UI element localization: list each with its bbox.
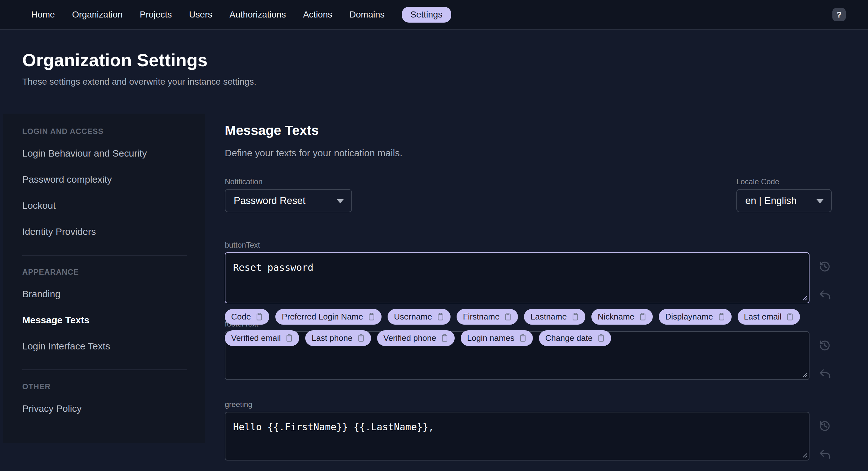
notification-label: Notification	[225, 177, 352, 186]
chips-row-1: Code Preferred Login Name Username First…	[225, 309, 800, 325]
sidebar-divider	[22, 255, 187, 256]
nav-item-authorizations[interactable]: Authorizations	[229, 7, 286, 22]
greeting-field: greeting	[225, 400, 832, 462]
locale-field: Locale Code en | English	[736, 177, 832, 212]
section-title: Message Texts	[225, 121, 832, 140]
clipboard-icon	[436, 312, 445, 322]
nav-item-home[interactable]: Home	[31, 7, 56, 22]
chip-verified-phone[interactable]: Verified phone	[377, 330, 455, 346]
notification-select[interactable]: Password Reset	[225, 189, 352, 212]
section-subtitle: Define your texts for your notication ma…	[225, 147, 832, 159]
clipboard-icon	[717, 312, 726, 322]
chip-lastname[interactable]: Lastname	[524, 309, 585, 325]
chip-login-names[interactable]: Login names	[461, 330, 533, 346]
sidebar-item-password-complexity[interactable]: Password complexity	[22, 175, 187, 184]
greeting-label: greeting	[225, 400, 832, 409]
sidebar-item-lockout[interactable]: Lockout	[22, 201, 187, 210]
chip-last-phone[interactable]: Last phone	[305, 330, 371, 346]
sidebar-item-message-texts[interactable]: Message Texts	[22, 315, 187, 325]
history-icon[interactable]	[818, 338, 832, 352]
clipboard-icon	[597, 333, 606, 343]
sidebar-item-identity-providers[interactable]: Identity Providers	[22, 227, 187, 236]
buttontext-field: buttonText	[225, 240, 832, 303]
page-header: Organization Settings These settings ext…	[0, 30, 868, 114]
chips-row-2: Verified email Last phone Verified phone…	[225, 330, 800, 346]
top-navigation: Home Organization Projects Users Authori…	[0, 0, 868, 30]
chip-preferred-login-name[interactable]: Preferred Login Name	[275, 309, 381, 325]
clipboard-icon	[571, 312, 580, 322]
clipboard-icon	[639, 312, 647, 322]
nav-items: Home Organization Projects Users Authori…	[31, 7, 832, 23]
greeting-actions	[818, 412, 832, 462]
resize-grip-icon[interactable]	[801, 451, 808, 458]
chip-nickname[interactable]: Nickname	[591, 309, 653, 325]
sidebar-item-branding[interactable]: Branding	[22, 289, 187, 299]
sidebar-divider	[22, 370, 187, 370]
resize-grip-icon[interactable]	[801, 371, 808, 377]
clipboard-icon	[255, 312, 264, 322]
content-area: LOGIN AND ACCESS Login Behaviour and Sec…	[0, 114, 868, 462]
footertext-actions	[818, 331, 832, 381]
buttontext-textarea[interactable]	[225, 253, 809, 303]
nav-item-domains[interactable]: Domains	[349, 7, 385, 22]
resize-grip-icon[interactable]	[801, 294, 808, 301]
chip-code[interactable]: Code	[225, 309, 269, 325]
sidebar-section-appearance: APPEARANCE	[22, 268, 187, 276]
selects-row: Notification Password Reset Locale Code …	[225, 177, 832, 212]
undo-icon[interactable]	[818, 367, 832, 381]
notification-select-value: Password Reset	[234, 195, 306, 207]
sidebar-item-login-interface-texts[interactable]: Login Interface Texts	[22, 342, 187, 351]
help-button[interactable]: ?	[832, 8, 846, 21]
chip-displayname[interactable]: Displayname	[659, 309, 731, 325]
chip-firstname[interactable]: Firstname	[457, 309, 518, 325]
message-texts-panel: Message Texts Define your texts for your…	[225, 114, 832, 462]
chip-username[interactable]: Username	[388, 309, 451, 325]
history-icon[interactable]	[818, 419, 832, 433]
page-title: Organization Settings	[22, 50, 846, 70]
clipboard-icon	[285, 333, 293, 343]
clipboard-icon	[786, 312, 794, 322]
chip-last-email[interactable]: Last email	[738, 309, 800, 325]
clipboard-icon	[440, 333, 449, 343]
chevron-down-icon	[337, 199, 344, 203]
clipboard-icon	[367, 312, 376, 322]
chevron-down-icon	[816, 199, 824, 203]
sidebar-section-login-and-access: LOGIN AND ACCESS	[22, 127, 187, 136]
buttontext-actions	[818, 253, 832, 302]
chip-verified-email[interactable]: Verified email	[225, 330, 299, 346]
sidebar-section-other: OTHER	[22, 382, 187, 391]
locale-select[interactable]: en | English	[736, 189, 832, 212]
settings-sidebar: LOGIN AND ACCESS Login Behaviour and Sec…	[3, 114, 205, 443]
undo-icon[interactable]	[818, 447, 832, 462]
notification-field: Notification Password Reset	[225, 177, 352, 212]
sidebar-item-privacy-policy[interactable]: Privacy Policy	[22, 404, 187, 413]
history-icon[interactable]	[818, 259, 832, 273]
clipboard-icon	[357, 333, 365, 343]
placeholder-chips: Code Preferred Login Name Username First…	[225, 309, 800, 346]
page-subtitle: These settings extend and overwrite your…	[22, 77, 846, 87]
nav-item-projects[interactable]: Projects	[139, 7, 172, 22]
nav-item-organization[interactable]: Organization	[71, 7, 123, 22]
clipboard-icon	[504, 312, 512, 322]
clipboard-icon	[519, 333, 527, 343]
greeting-textarea[interactable]	[225, 412, 809, 461]
undo-icon[interactable]	[818, 288, 832, 302]
nav-item-settings[interactable]: Settings	[402, 7, 451, 23]
sidebar-item-login-behaviour[interactable]: Login Behaviour and Security	[22, 149, 187, 158]
nav-item-actions[interactable]: Actions	[302, 7, 333, 22]
locale-select-value: en | English	[745, 195, 797, 207]
locale-label: Locale Code	[736, 177, 832, 186]
buttontext-label: buttonText	[225, 240, 832, 250]
nav-item-users[interactable]: Users	[189, 7, 213, 22]
chip-change-date[interactable]: Change date	[539, 330, 611, 346]
